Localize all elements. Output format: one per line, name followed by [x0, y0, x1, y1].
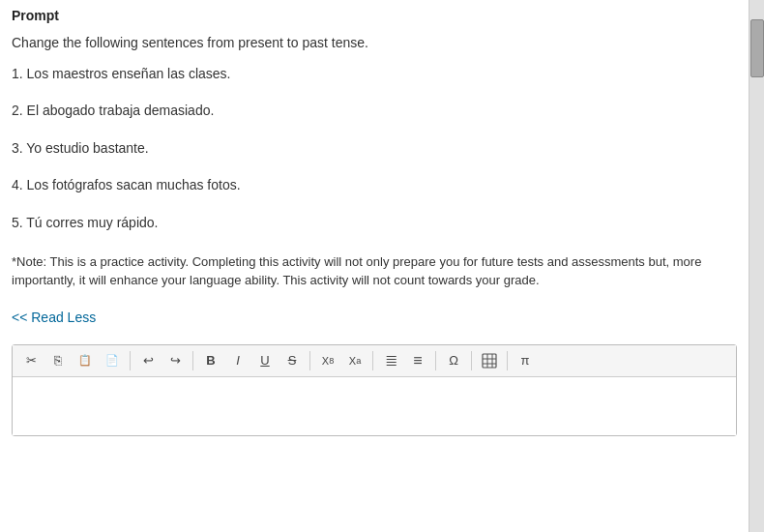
sentence-item: 4. Los fotógrafos sacan muchas fotos.	[12, 174, 737, 195]
editor-text-area[interactable]	[13, 377, 736, 435]
bold-button[interactable]: B	[198, 349, 223, 372]
sentence-item: 3. Yo estudio bastante.	[12, 137, 737, 159]
toolbar-separator-7	[507, 351, 508, 370]
paste-button[interactable]: 📋	[73, 349, 98, 372]
italic-button[interactable]: I	[225, 349, 250, 372]
read-less-link[interactable]: << Read Less	[12, 310, 96, 325]
sentence-item: 2. El abogado trabaja demasiado.	[12, 100, 737, 121]
toolbar-separator-2	[192, 351, 193, 370]
copy-button[interactable]: ⎘	[45, 349, 71, 372]
toolbar-separator-1	[130, 351, 131, 370]
svg-rect-0	[483, 354, 496, 368]
note-text: *Note: This is a practice activity. Comp…	[12, 252, 737, 290]
editor-toolbar: ✂ ⎘ 📋 📄 ↩ ↪ B I U S X8 Xa ≣ ≡ Ω	[13, 345, 736, 377]
sentence-item: 5. Tú corres muy rápido.	[12, 212, 737, 233]
toolbar-separator-6	[471, 351, 472, 370]
redo-button[interactable]: ↪	[162, 349, 188, 372]
omega-button[interactable]: Ω	[441, 349, 466, 372]
scrollbar[interactable]	[749, 0, 764, 532]
pi-button[interactable]: π	[513, 349, 538, 372]
cut-button[interactable]: ✂	[18, 349, 44, 372]
superscript-button[interactable]: Xa	[342, 349, 367, 372]
table-button[interactable]	[477, 349, 502, 372]
paste-special-button[interactable]: 📄	[100, 349, 125, 372]
underline-button[interactable]: U	[252, 349, 278, 372]
sentence-list: 1. Los maestros enseñan las clases. 2. E…	[12, 63, 737, 233]
undo-button[interactable]: ↩	[135, 349, 161, 372]
toolbar-separator-4	[372, 351, 373, 370]
toolbar-separator-3	[309, 351, 310, 370]
editor-container: ✂ ⎘ 📋 📄 ↩ ↪ B I U S X8 Xa ≣ ≡ Ω	[12, 344, 737, 436]
strikethrough-button[interactable]: S	[279, 349, 305, 372]
toolbar-separator-5	[435, 351, 436, 370]
ordered-list-button[interactable]: ≣	[378, 349, 403, 372]
section-title: Prompt	[12, 8, 737, 23]
subscript-button[interactable]: X8	[315, 349, 340, 372]
scrollbar-thumb[interactable]	[750, 19, 764, 77]
prompt-description: Change the following sentences from pres…	[12, 33, 737, 53]
sentence-item: 1. Los maestros enseñan las clases.	[12, 63, 737, 84]
unordered-list-button[interactable]: ≡	[405, 349, 430, 372]
